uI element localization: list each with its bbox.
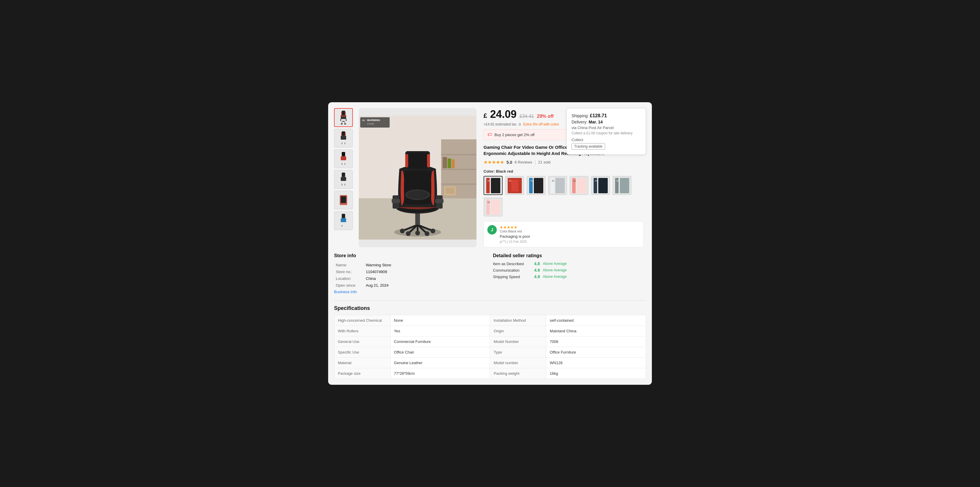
original-price: £34.41	[519, 114, 534, 119]
svg-rect-24	[342, 184, 342, 185]
spec-row-6: Package size 77*28*59cm Packing weight 1…	[334, 368, 646, 379]
store-location-row: Location: China	[335, 275, 487, 282]
spec-val-1a: None	[390, 315, 490, 326]
svg-rect-93	[598, 178, 608, 193]
rating-label-2: Communication	[493, 268, 531, 273]
main-price: 24.09	[490, 108, 517, 120]
color-swatch-2[interactable]: 31	[505, 176, 524, 195]
svg-rect-28	[342, 214, 345, 218]
thumbnail-3[interactable]	[334, 149, 353, 168]
rating-label-1: Item as Described	[493, 262, 531, 266]
delivery-row: Delivery: Mar. 14	[571, 120, 641, 125]
store-no-label: Store no.:	[335, 269, 364, 275]
via-text: via China Post Air Parcel	[571, 126, 641, 130]
page-container: 01 WARMING STORE	[328, 102, 652, 385]
svg-rect-13	[341, 132, 342, 136]
svg-rect-0	[342, 111, 345, 115]
svg-rect-25	[345, 184, 345, 185]
svg-point-53	[400, 228, 405, 233]
thumbnail-5[interactable]	[334, 191, 353, 209]
svg-text:31: 31	[595, 179, 597, 182]
rating-row-1: Item as Described 4.8 Above Average	[493, 261, 646, 266]
spec-val-2b: Mainland China	[546, 326, 646, 337]
spec-key-2a: With Rollers	[334, 326, 391, 337]
svg-rect-42	[445, 188, 454, 193]
svg-rect-101	[491, 200, 500, 215]
spec-key-6b: Packing weight	[490, 368, 546, 379]
business-info-link[interactable]: Business info	[334, 290, 357, 294]
thumbnail-2[interactable]	[334, 129, 353, 148]
rating-row-2: Communication 4.9 Above Average	[493, 268, 646, 273]
svg-point-11	[344, 123, 346, 125]
seller-ratings-title: Detailed seller ratings	[493, 253, 646, 259]
spec-val-4b: Office Furniture	[546, 347, 646, 358]
rating-desc-1: Above Average	[542, 262, 566, 266]
svg-rect-77	[511, 180, 518, 192]
spec-key-3b: Model Number	[490, 337, 546, 347]
spec-val-3b: 7008	[546, 337, 646, 347]
color-swatches: 31 31 31	[484, 176, 644, 217]
promo-icon: 🏷	[487, 132, 492, 137]
svg-rect-35	[441, 154, 476, 155]
spec-key-1b: Installation Method	[490, 315, 546, 326]
svg-rect-21	[345, 163, 345, 165]
shipping-panel: Shipping: £128.71 Delivery: Mar. 14 via …	[566, 108, 646, 155]
svg-rect-70	[435, 199, 444, 203]
svg-rect-2	[345, 112, 346, 115]
tax-text: +£4.82 estimated tax	[484, 122, 517, 126]
color-swatch-4[interactable]: 31	[548, 176, 567, 195]
svg-text:WARMING: WARMING	[367, 119, 380, 122]
svg-text:01: 01	[362, 119, 365, 122]
spec-key-4b: Type	[490, 347, 546, 358]
color-swatch-6[interactable]: 31	[591, 176, 610, 195]
color-swatch-3[interactable]: 31	[527, 176, 546, 195]
svg-rect-97	[620, 178, 629, 193]
spec-key-6a: Package size	[334, 368, 391, 379]
thumbnail-sidebar	[334, 108, 354, 247]
spec-key-5b: Model number	[490, 358, 546, 368]
svg-rect-16	[342, 142, 342, 144]
thumbnail-4[interactable]	[334, 170, 353, 189]
review-section: J ★★★★★ Color:Black red Packaging is poo…	[484, 221, 644, 247]
svg-rect-7	[342, 121, 345, 122]
color-swatch-1[interactable]: 31	[484, 176, 503, 195]
thumbnail-1[interactable]	[334, 108, 353, 127]
spec-key-4a: Specific Use	[334, 347, 391, 358]
svg-rect-15	[341, 136, 346, 140]
spec-key-2b: Origin	[490, 326, 546, 337]
delivery-date: Mar. 14	[589, 120, 603, 125]
spec-row-2: With Rollers Yes Origin Mainland China	[334, 326, 646, 337]
color-swatch-7[interactable]: 31	[612, 176, 632, 195]
svg-rect-12	[342, 131, 345, 136]
delivery-label: Delivery:	[571, 120, 587, 125]
color-swatch-5[interactable]: 31	[570, 176, 589, 195]
svg-rect-20	[342, 163, 342, 165]
svg-point-54	[431, 228, 435, 233]
rating-value-1: 4.8	[534, 261, 540, 266]
rating-value-2: 4.9	[534, 268, 540, 273]
shipping-label: Shipping:	[571, 113, 589, 118]
spec-row-1: High-concerned Chemical None Installatio…	[334, 315, 646, 326]
svg-rect-8	[342, 122, 342, 124]
specs-section: Specifications High-concerned Chemical N…	[334, 300, 646, 379]
color-label: Color: Black red	[484, 169, 644, 174]
ratings-row: ★★★★★ 5.0 6 Reviews | 21 sold	[484, 160, 644, 165]
spec-val-1b: self-contained	[546, 315, 646, 326]
rating-value-3: 4.9	[534, 274, 540, 279]
thumbnail-6[interactable]	[334, 211, 353, 230]
store-table: Name: Warming Store Store no.: 110407490…	[334, 261, 487, 289]
reviews-text: 6 Reviews	[514, 160, 532, 164]
svg-rect-23	[341, 177, 346, 181]
store-open-label: Open since:	[335, 282, 364, 288]
star-icons: ★★★★★	[484, 160, 504, 165]
svg-rect-27	[341, 196, 346, 203]
color-swatch-8[interactable]: 31	[484, 197, 503, 217]
spec-val-3a: Commercial Furniture	[390, 337, 490, 347]
reviewer-avatar: J	[487, 225, 497, 235]
coupon-text: Collect a £1.00 coupon for late delivery	[571, 131, 641, 135]
svg-rect-5	[340, 119, 341, 121]
spec-val-6b: 16kg	[546, 368, 646, 379]
svg-text:31: 31	[487, 179, 490, 182]
bottom-section: Store info Name: Warming Store Store no.…	[334, 253, 646, 294]
svg-rect-85	[555, 178, 565, 193]
